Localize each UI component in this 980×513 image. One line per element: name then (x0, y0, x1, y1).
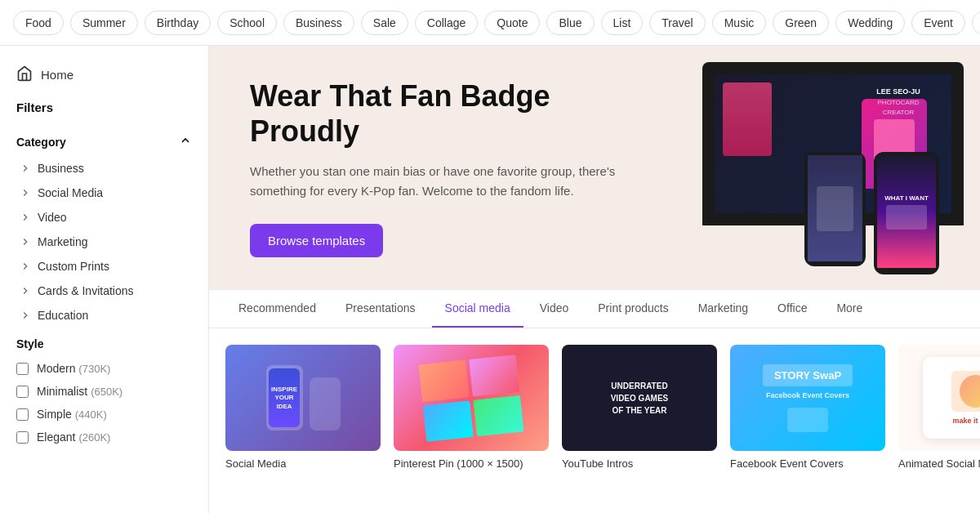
category-header[interactable]: Category (0, 127, 208, 156)
tag-blue[interactable]: Blue (546, 11, 594, 35)
style-item-modern[interactable]: Modern (730K) (0, 357, 208, 380)
template-thumbnail: INSPIRE YOUR IDEA (225, 345, 381, 451)
home-label: Home (41, 68, 74, 82)
category-list: BusinessSocial MediaVideoMarketingCustom… (0, 156, 208, 328)
category-section: Category BusinessSocial MediaVideoMarket… (0, 127, 208, 328)
style-item-elegant[interactable]: Elegant (260K) (0, 426, 208, 448)
tag-wedding[interactable]: Wedding (835, 11, 905, 35)
tab-more[interactable]: More (823, 290, 875, 328)
phone-screen-2 (808, 155, 862, 261)
main-layout: Home Filters Category BusinessSocial Med… (0, 46, 980, 513)
tag-food[interactable]: Food (13, 11, 64, 35)
filters-header: Filters (0, 94, 208, 121)
template-thumbnail (394, 345, 549, 451)
hero-title: Wear That Fan Badge Proudly (250, 78, 642, 149)
tag-list[interactable]: List (601, 11, 644, 35)
style-checkbox-minimalist[interactable] (16, 386, 29, 398)
style-item-simple[interactable]: Simple (440K) (0, 403, 208, 426)
style-checkbox-elegant[interactable] (16, 431, 29, 444)
style-item-minimalist[interactable]: Minimalist (650K) (0, 380, 208, 403)
tab-print-products[interactable]: Print products (585, 290, 681, 328)
top-nav-tags: FoodSummerBirthdaySchoolBusinessSaleColl… (0, 0, 980, 46)
chevron-up-icon (179, 134, 192, 149)
home-icon (16, 65, 33, 84)
template-tabs: RecommendedPresentationsSocial mediaVide… (209, 290, 980, 328)
tab-recommended[interactable]: Recommended (225, 290, 329, 328)
template-grid: INSPIRE YOUR IDEA Social Media Pinterest… (209, 328, 980, 486)
tag-travel[interactable]: Travel (649, 11, 705, 35)
template-label: Pinterest Pin (1000 × 1500) (394, 457, 549, 470)
tag-summer[interactable]: Summer (70, 11, 138, 35)
category-item-custom-prints[interactable]: Custom Prints (0, 254, 208, 279)
hero-banner: Wear That Fan Badge Proudly Whether you … (209, 46, 980, 290)
tab-marketing[interactable]: Marketing (685, 290, 761, 328)
style-checkbox-simple[interactable] (16, 408, 29, 421)
tab-video[interactable]: Video (527, 290, 582, 328)
hero-device-mockup: LEE SEO-JUPHOTOCARD CREATOR WHAT I WANT (670, 54, 964, 274)
phone-mockup-2 (804, 152, 866, 266)
template-thumbnail: UNDERRATEDVIDEO GAMESOF THE YEAR (562, 345, 717, 451)
template-label: YouTube Intros (562, 457, 717, 470)
template-label: Social Media (225, 457, 381, 470)
style-list: Modern (730K)Minimalist (650K)Simple (44… (0, 357, 208, 448)
style-checkbox-modern[interactable] (16, 363, 29, 375)
home-link[interactable]: Home (0, 59, 208, 94)
template-card-animated-social-media[interactable]: make it move Animated Social Media (898, 345, 980, 470)
template-card-social-media[interactable]: INSPIRE YOUR IDEA Social Media (225, 345, 381, 470)
category-item-video[interactable]: Video (0, 205, 208, 230)
tab-presentations[interactable]: Presentations (332, 290, 429, 328)
phone-screen-1: WHAT I WANT (877, 155, 936, 268)
template-label: Facebook Event Covers (730, 457, 885, 470)
style-section: Style Modern (730K)Minimalist (650K)Simp… (0, 331, 208, 448)
category-item-social-media[interactable]: Social Media (0, 181, 208, 205)
tag-thanks[interactable]: Thanks (972, 11, 980, 35)
tag-business[interactable]: Business (283, 11, 354, 35)
template-card-pinterest-pin-1000-1500-[interactable]: Pinterest Pin (1000 × 1500) (394, 345, 549, 470)
phone-mockup-1: WHAT I WANT (874, 152, 939, 274)
tag-green[interactable]: Green (773, 11, 829, 35)
browse-templates-button[interactable]: Browse templates (250, 224, 383, 257)
category-item-education[interactable]: Education (0, 303, 208, 328)
tab-social-media[interactable]: Social media (432, 290, 523, 328)
template-thumbnail: STORY SwaP Facebook Event Covers (730, 345, 885, 451)
template-thumbnail: make it move (898, 345, 980, 451)
category-item-business[interactable]: Business (0, 156, 208, 181)
template-card-facebook-event-covers[interactable]: STORY SwaP Facebook Event Covers Faceboo… (730, 345, 885, 470)
tab-office[interactable]: Office (764, 290, 820, 328)
tag-sale[interactable]: Sale (361, 11, 408, 35)
category-item-cards-&-invitations[interactable]: Cards & Invitations (0, 279, 208, 303)
style-header[interactable]: Style (0, 331, 208, 357)
tag-birthday[interactable]: Birthday (145, 11, 211, 35)
template-card-youtube-intros[interactable]: UNDERRATEDVIDEO GAMESOF THE YEAR YouTube… (562, 345, 717, 470)
sidebar: Home Filters Category BusinessSocial Med… (0, 46, 209, 513)
tag-quote[interactable]: Quote (484, 11, 540, 35)
hero-text: Wear That Fan Badge Proudly Whether you … (250, 78, 642, 257)
tag-school[interactable]: School (217, 11, 277, 35)
tag-event[interactable]: Event (911, 11, 965, 35)
tag-music[interactable]: Music (712, 11, 767, 35)
content-area: Wear That Fan Badge Proudly Whether you … (209, 46, 980, 513)
hero-subtitle: Whether you stan one main bias or have o… (250, 162, 642, 201)
category-item-marketing[interactable]: Marketing (0, 230, 208, 254)
tag-collage[interactable]: Collage (415, 11, 478, 35)
template-label: Animated Social Media (898, 457, 980, 470)
